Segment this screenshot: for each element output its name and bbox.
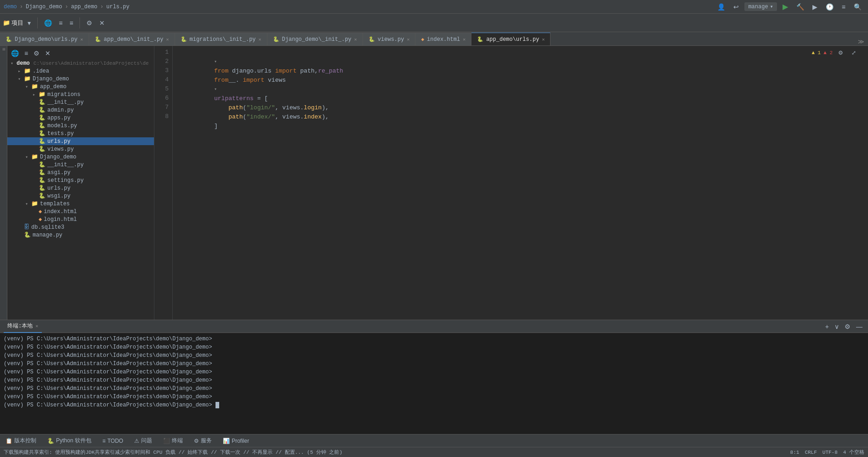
terminal-tab-local[interactable]: 终端: 本地 ✕ [4, 320, 42, 333]
html-icon-login: ◆ [39, 216, 42, 223]
status-encoding[interactable]: UTF-8 [823, 450, 838, 455]
terminal-tab-label: 终端 [7, 322, 18, 330]
tree-arrow-templates: ▾ [24, 201, 29, 207]
tree-django-demo[interactable]: ▾ 📁 Django_demo [7, 75, 154, 83]
tree-urls-selected[interactable]: ▸ 🐍 urls.py [7, 137, 154, 145]
activity-icon-1[interactable]: ≡ [1, 48, 6, 51]
todo-btn[interactable]: ≡ TODO [101, 437, 125, 445]
tree-dj-init[interactable]: ▸ 🐍 __init__.py [7, 161, 154, 169]
tree-views-app[interactable]: ▸ 🐍 views.py [7, 145, 154, 153]
editor-settings-btn[interactable]: ⚙ [835, 48, 846, 58]
tab-py-icon: 🐍 [369, 36, 375, 42]
version-control-btn[interactable]: 📋 版本控制 [4, 436, 38, 446]
terminal-hide-btn[interactable]: — [854, 322, 864, 331]
build-button[interactable]: 🔨 [794, 1, 807, 12]
tab-app-init[interactable]: 🐍 app_demo\_init_.py ✕ [89, 33, 175, 45]
coverage-button[interactable]: ▶ [810, 1, 820, 12]
status-line-sep[interactable]: CRLF [805, 450, 817, 455]
vcs-icon[interactable]: ↩ [731, 1, 742, 12]
tab-django-urls[interactable]: 🐍 Django_demo\urls.py ✕ [0, 33, 89, 45]
search-button[interactable]: 🔍 [851, 1, 864, 12]
tree-settings[interactable]: ▸ 🐍 settings.py [7, 176, 154, 184]
tree-app-init[interactable]: ▸ 🐍 __init__.py [7, 98, 154, 106]
tree-arrow-app: ▾ [24, 84, 29, 90]
settings-btn[interactable]: ⚙ [84, 17, 95, 28]
tab-close-app-init[interactable]: ✕ [166, 37, 169, 42]
error-badge[interactable]: ▲ 2 [823, 50, 833, 56]
close-btn[interactable]: ✕ [96, 17, 108, 28]
nav-browser-btn[interactable]: 🌐 [41, 17, 55, 28]
terminal-output[interactable]: (venv) PS C:\Users\Administrator\IdeaPro… [0, 333, 868, 434]
tree-admin[interactable]: ▸ 🐍 admin.py [7, 106, 154, 114]
problems-btn[interactable]: ⚠ 问题 [132, 436, 154, 446]
breadcrumb-app[interactable]: app_demo [71, 4, 97, 10]
tree-templates[interactable]: ▾ 📁 templates [7, 200, 154, 208]
terminal-settings-btn[interactable]: ⚙ [843, 322, 852, 331]
terminal-add-btn[interactable]: + [823, 322, 831, 331]
more-run-button[interactable]: ≡ [839, 1, 848, 12]
tree-db-sqlite[interactable]: ▸ 🗄 db.sqlite3 [7, 223, 154, 231]
nav-bookmark-btn[interactable]: ≡ [67, 17, 76, 28]
tree-asgi[interactable]: ▸ 🐍 asgi.py [7, 169, 154, 176]
tab-close-app-urls[interactable]: ✕ [542, 37, 545, 42]
tab-close-django-init[interactable]: ✕ [354, 37, 357, 42]
terminal-tab-close-icon[interactable]: ✕ [35, 323, 38, 329]
project-chevron[interactable]: ▾ [25, 17, 34, 28]
tree-index-html[interactable]: ▸ ◆ index.html [7, 208, 154, 215]
tree-label-migrations: migrations [47, 91, 80, 98]
profiler-btn[interactable]: 📊 Profiler [221, 437, 251, 445]
status-indent[interactable]: 4 个空格 [843, 449, 864, 456]
tree-tests[interactable]: ▸ 🐍 tests.py [7, 130, 154, 137]
sidebar-collapse-btn[interactable]: ≡ [23, 49, 30, 58]
terminal-btn[interactable]: ⬛ 终端 [161, 436, 185, 446]
tab-close-index-html[interactable]: ✕ [463, 37, 465, 42]
tab-app-urls-label: app_demo\urls.py [486, 36, 539, 43]
breadcrumb-demo[interactable]: demo [4, 4, 17, 10]
project-label: 项目 [11, 19, 23, 27]
tree-login-html[interactable]: ▸ ◆ login.html [7, 215, 154, 223]
main-area: ≡ 🌐 ≡ ⚙ ✕ ▾ demo C:\Users\Administrator\… [0, 46, 868, 320]
tree-wsgi[interactable]: ▸ 🐍 wsgi.py [7, 192, 154, 200]
sidebar-expand-btn[interactable]: 🌐 [9, 49, 21, 58]
tab-close-migrations[interactable]: ✕ [259, 37, 261, 42]
status-position[interactable]: 8:1 [790, 450, 800, 455]
tab-overflow-btn[interactable]: ≫ [854, 38, 868, 45]
user-icon[interactable]: 👤 [715, 1, 728, 12]
tree-root-demo[interactable]: ▾ demo C:\Users\Administrator\IdeaProjec… [7, 60, 154, 67]
editor-expand-btn[interactable]: ⤢ [849, 48, 859, 58]
code-editor[interactable]: ▾ from django.urls import path,re_path ▾… [173, 46, 868, 320]
profile-button[interactable]: 🕐 [823, 1, 836, 12]
run-config-selector[interactable]: manage ▾ [744, 2, 777, 11]
terminal-chevron-btn[interactable]: ∨ [833, 322, 841, 331]
tab-close-django-urls[interactable]: ✕ [80, 37, 83, 42]
tree-app-demo[interactable]: ▾ 📁 app_demo [7, 83, 154, 90]
tree-apps[interactable]: ▸ 🐍 apps.py [7, 114, 154, 122]
tree-django-demo-sub[interactable]: ▾ 📁 Django_demo [7, 153, 154, 161]
breadcrumb-file[interactable]: urls.py [106, 4, 129, 10]
tree-idea[interactable]: ▸ 📁 .idea [7, 67, 154, 75]
python-packages-btn[interactable]: 🐍 Python 软件包 [45, 436, 93, 446]
breadcrumb-django[interactable]: Django_demo [26, 4, 62, 10]
tree-models[interactable]: ▸ 🐍 models.py [7, 122, 154, 130]
tree-arrow-django-sub: ▾ [24, 154, 29, 160]
folder-icon-django-sub: 📁 [31, 153, 38, 160]
tree-dj-urls[interactable]: ▸ 🐍 urls.py [7, 184, 154, 192]
services-label: 服务 [201, 437, 212, 445]
tab-views[interactable]: 🐍 views.py ✕ [363, 33, 416, 45]
terminal-label: 终端 [172, 437, 183, 445]
services-btn[interactable]: ⚙ 服务 [192, 436, 214, 446]
tab-migrations-init[interactable]: 🐍 migrations\_init_.py ✕ [175, 33, 267, 45]
nav-structure-btn[interactable]: ≡ [56, 17, 65, 28]
warning-badge[interactable]: ▲ 1 [811, 50, 821, 56]
term-line-6: (venv) PS C:\Users\Administrator\IdeaPro… [4, 376, 864, 384]
run-button[interactable]: ▶ [780, 0, 791, 13]
tab-close-views[interactable]: ✕ [407, 37, 409, 42]
tab-app-urls[interactable]: 🐍 app_demo\urls.py ✕ [471, 33, 550, 45]
tree-manage[interactable]: ▸ 🐍 manage.py [7, 231, 154, 239]
tab-django-init[interactable]: 🐍 Django_demo\_init_.py ✕ [267, 33, 363, 45]
sidebar-close-btn[interactable]: ✕ [43, 49, 52, 58]
tab-index-html[interactable]: ◆ index.html ✕ [415, 33, 471, 45]
sidebar-settings-btn[interactable]: ⚙ [32, 49, 41, 58]
tree-migrations[interactable]: ▸ 📁 migrations [7, 90, 154, 98]
tab-bar: 🐍 Django_demo\urls.py ✕ 🐍 app_demo\_init… [0, 32, 868, 46]
